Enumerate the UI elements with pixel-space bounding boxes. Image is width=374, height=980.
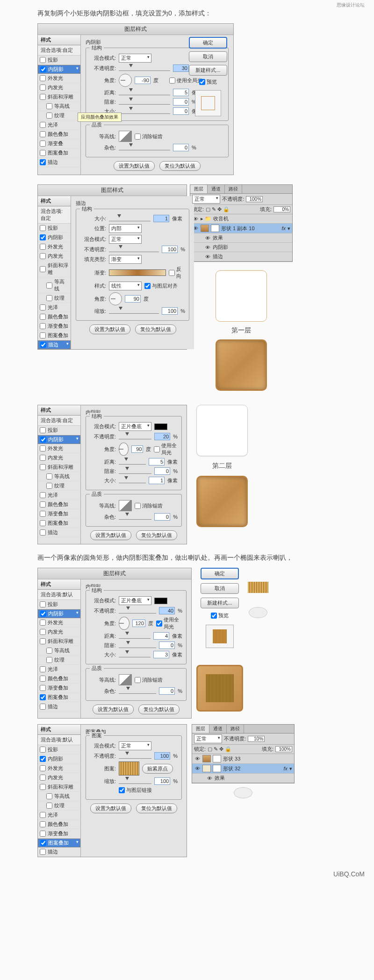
pattern-picker[interactable] <box>119 761 139 776</box>
p2-pat[interactable]: 图案叠加 <box>38 331 71 340</box>
p2-contour[interactable]: 等高线 <box>38 277 71 294</box>
color-swatch[interactable] <box>154 423 167 430</box>
p4-size[interactable]: 3 <box>153 651 169 658</box>
noise-slider[interactable] <box>119 145 170 150</box>
stroke-angle-dial[interactable] <box>109 292 122 305</box>
new-style-button-4[interactable]: 新建样式... <box>201 598 239 608</box>
fx-badge[interactable]: fx <box>281 226 286 231</box>
style-bevel[interactable]: 斜面和浮雕 <box>38 92 80 102</box>
layer-opacity-2[interactable]: 10% <box>248 736 265 742</box>
p4-angle[interactable]: 120 <box>132 620 145 627</box>
cancel-button-4[interactable]: 取消 <box>201 583 239 594</box>
p3-angle[interactable]: 90 <box>131 445 144 453</box>
chk-outerglow[interactable] <box>40 75 46 81</box>
p3-size[interactable]: 1 <box>149 477 165 484</box>
style-inner-glow[interactable]: 内发光 <box>38 83 80 92</box>
stroke-size-input[interactable]: 1 <box>153 215 169 222</box>
chk-align[interactable]: 与图层对齐 <box>144 282 178 289</box>
p4-op[interactable]: 40 <box>159 607 175 614</box>
tab-channels[interactable]: 通道 <box>208 185 225 193</box>
style-grad-overlay[interactable]: 渐变叠 <box>38 139 80 148</box>
style-stroke[interactable]: 描边 <box>38 158 80 167</box>
stroke-op-slider[interactable] <box>109 247 159 252</box>
chk-link-layer[interactable]: 与图层链接 <box>119 787 152 794</box>
angle-dial[interactable] <box>119 74 132 87</box>
style-inner-shadow[interactable]: 内阴影 <box>38 65 80 74</box>
grad-style-select[interactable]: 线性 <box>109 282 142 290</box>
new-style-button[interactable]: 新建样式... <box>189 65 227 76</box>
style-contour[interactable]: 等高线 <box>38 102 80 111</box>
tab-paths[interactable]: 路径 <box>225 185 242 193</box>
gradient-picker[interactable] <box>109 269 166 276</box>
chk-satin[interactable] <box>40 122 46 128</box>
dist-input[interactable]: 5 <box>173 89 189 96</box>
p2-inner[interactable]: 内阴影 <box>38 233 71 242</box>
mask-thumb[interactable] <box>211 225 219 232</box>
layer-fill-2[interactable]: 100% <box>275 746 292 752</box>
style-pat-overlay[interactable]: 图案叠加 <box>38 148 80 158</box>
p3-noise[interactable]: 0 <box>154 513 170 521</box>
p3-op[interactable]: 20 <box>154 433 170 440</box>
p2-satin[interactable]: 光泽 <box>38 303 71 312</box>
p3-dist[interactable]: 5 <box>149 458 165 465</box>
style-satin[interactable]: 光泽 <box>38 120 80 130</box>
p2-grad[interactable]: 渐变叠加 <box>38 322 71 331</box>
size-slider[interactable] <box>119 108 170 114</box>
stroke-op-input[interactable]: 100 <box>162 246 178 253</box>
scale-slider[interactable] <box>109 308 159 314</box>
layer-opacity[interactable]: 100% <box>246 196 263 202</box>
opacity-slider[interactable] <box>119 65 170 71</box>
p4-blend[interactable]: 正片叠底 <box>119 596 151 605</box>
chk-contour[interactable] <box>46 103 52 109</box>
opacity-input[interactable]: 30 <box>173 64 189 72</box>
layer-thumb[interactable] <box>201 225 209 232</box>
p2-outerglow[interactable]: 外发光 <box>38 242 71 252</box>
tab-layers[interactable]: 图层 <box>190 185 208 193</box>
style-texture[interactable]: 纹理 <box>38 111 80 120</box>
chk-bevel[interactable] <box>40 94 46 100</box>
layer-fill[interactable]: 0% <box>273 206 290 212</box>
angle-input[interactable]: -90 <box>135 77 151 84</box>
reset-default-button[interactable]: 复位为默认值 <box>159 161 201 171</box>
chk-texture[interactable] <box>46 113 52 119</box>
layer-shape33[interactable]: 👁形状 33 <box>192 754 294 764</box>
p3-blend[interactable]: 正片叠底 <box>119 422 151 431</box>
stroke-angle-input[interactable]: 90 <box>125 295 141 303</box>
position-select[interactable]: 内部 <box>109 224 142 233</box>
layer-shape32[interactable]: 👁形状 32fx▾ <box>192 764 294 774</box>
contour-picker[interactable] <box>119 131 132 142</box>
set-default-button[interactable]: 设置为默认值 <box>114 161 155 171</box>
tab-channels-2[interactable]: 通道 <box>209 725 227 733</box>
chk-reverse[interactable]: 反向 <box>169 266 185 280</box>
p2-color[interactable]: 颜色叠加 <box>38 312 71 322</box>
p2-innerglow[interactable]: 内发光 <box>38 252 71 261</box>
chk-color[interactable] <box>40 131 46 137</box>
blend-mode-select[interactable]: 正常 <box>119 54 151 63</box>
snap-button[interactable]: 贴紧原点 <box>142 764 173 774</box>
tab-layers-2[interactable]: 图层 <box>192 725 209 733</box>
layer-blend-select[interactable]: 正常 <box>192 195 220 204</box>
chk-preview[interactable]: 预览 <box>199 78 217 85</box>
p2-drop[interactable]: 投影 <box>38 224 71 233</box>
chk-drop[interactable] <box>40 57 46 63</box>
set-default-2[interactable]: 设置为默认值 <box>89 324 130 334</box>
layer-shape10[interactable]: 👁形状 1 副本 10fx▾ <box>190 224 292 233</box>
p4-noise[interactable]: 0 <box>159 687 175 695</box>
noise-input[interactable]: 0 <box>173 144 189 151</box>
ok-button-4[interactable]: 确定 <box>201 568 239 579</box>
fx-inner[interactable]: 👁内阴影 <box>190 243 292 252</box>
p4-choke[interactable]: 0 <box>159 642 175 649</box>
filltype-select[interactable]: 渐变 <box>109 255 142 264</box>
style-color-overlay[interactable]: 颜色叠加 <box>38 130 80 139</box>
lock-icons[interactable]: ▢ ✎ ✥ 🔒 <box>206 206 230 212</box>
p3-choke[interactable]: 0 <box>154 467 170 475</box>
p4-dist[interactable]: 4 <box>153 632 169 640</box>
p5-op[interactable]: 100 <box>154 752 170 760</box>
dist-slider[interactable] <box>119 90 170 95</box>
tab-paths-2[interactable]: 路径 <box>227 725 244 733</box>
ok-button[interactable]: 确定 <box>189 37 227 49</box>
size-input[interactable]: 0 <box>173 107 189 115</box>
layer-group-radio[interactable]: 👁▸ 📁收音机 <box>190 214 292 224</box>
chk-grad-p1[interactable] <box>40 141 46 147</box>
style-drop-shadow[interactable]: 投影 <box>38 56 80 65</box>
